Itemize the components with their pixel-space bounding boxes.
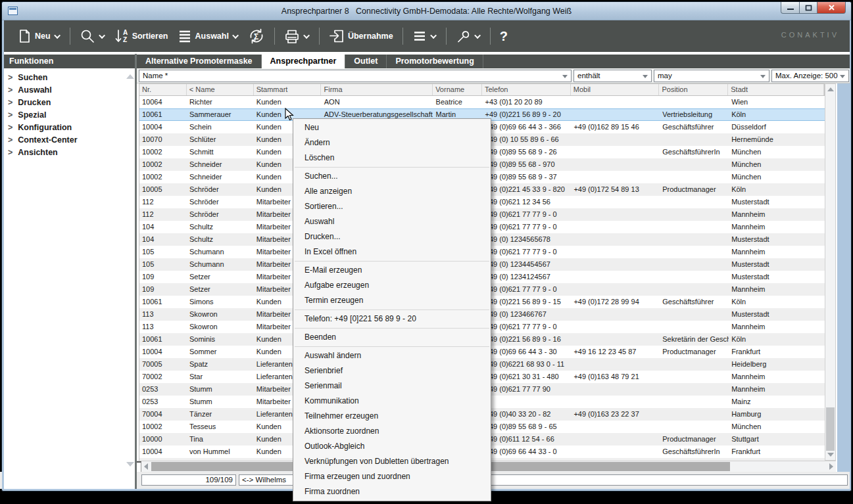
printer-button[interactable] [284, 29, 310, 44]
expand-chevron-icon[interactable]: > [8, 72, 12, 84]
menu-item-serienbrief[interactable]: Serienbrief [293, 363, 491, 378]
scroll-right-icon[interactable] [829, 463, 833, 470]
max-display-select[interactable]: Max. Anzeige: 500 [771, 70, 849, 82]
sidebar-item-ansichten[interactable]: >Ansichten [4, 147, 122, 159]
menu-item-telefon-49-0-221-56-89-9-20[interactable]: Telefon: +49 [0]221 56 89 9 - 20 [293, 311, 491, 327]
cell--name: Richter [187, 96, 254, 108]
table-header[interactable]: Nr.< NameStammartFirmaVornameTelefonMobi… [139, 83, 825, 96]
maximize-button[interactable] [800, 2, 817, 14]
column-header-position[interactable]: Position [659, 84, 728, 95]
tab-alternative-promotermaske[interactable]: Alternative Promotermaske [137, 55, 262, 68]
sortieren-button[interactable]: AZSortieren [114, 28, 168, 44]
toolbar-button-label: Neu [35, 32, 51, 41]
column-header-stadt[interactable]: Stadt [728, 84, 824, 95]
column-header-telefon[interactable]: Telefon [482, 84, 571, 95]
column-header-stammart[interactable]: Stammart [254, 84, 322, 95]
cell-stadt: München [729, 171, 825, 183]
scroll-up-icon[interactable] [827, 87, 834, 91]
column-header--name[interactable]: < Name [187, 84, 254, 95]
chevron-down-icon[interactable] [430, 32, 437, 39]
expand-chevron-icon[interactable]: > [8, 109, 12, 122]
chevron-down-icon[interactable] [232, 32, 239, 39]
menu-item-teilnehmer-erzeugen[interactable]: Teilnehmer erzeugen [293, 409, 491, 424]
column-header-vorname[interactable]: Vorname [433, 84, 482, 95]
chevron-down-icon[interactable] [474, 32, 481, 39]
chevron-down-icon[interactable] [303, 32, 310, 39]
menu-item-suchen[interactable]: Suchen... [293, 169, 491, 184]
column-header-mobil[interactable]: Mobil [571, 84, 660, 95]
chevron-down-icon[interactable] [99, 32, 105, 39]
cell-stadt: Musterstadt [729, 196, 825, 208]
menu-item-e-mail-erzeugen[interactable]: E-Mail erzeugen [293, 263, 491, 278]
column-splitter-handle[interactable] [137, 461, 141, 472]
menu-item-sortieren[interactable]: Sortieren... [293, 199, 491, 214]
menu-item-löschen[interactable]: Löschen [293, 150, 491, 166]
cell-nr-: 10004 [139, 446, 187, 458]
menu-item-termin-erzeugen[interactable]: Termin erzeugen [293, 293, 491, 308]
filter-operator-select[interactable]: enthält [573, 70, 652, 82]
help-button[interactable]: ? [500, 29, 508, 44]
tab-promotorbewertung[interactable]: Promotorbewertung [387, 55, 483, 68]
sidebar-item-auswahl[interactable]: >Auswahl [4, 84, 122, 97]
column-header-firma[interactable]: Firma [321, 84, 433, 95]
vertical-scroll-thumb[interactable] [826, 407, 835, 451]
tab-ansprechpartner[interactable]: Ansprechpartner [262, 55, 346, 68]
scroll-left-icon[interactable] [144, 463, 148, 470]
filter-field-select[interactable]: Name * [139, 70, 572, 82]
wrench-button[interactable] [456, 29, 481, 44]
menu-item-aufgabe-erzeugen[interactable]: Aufgabe erzeugen [293, 278, 491, 293]
chevron-down-icon[interactable] [54, 32, 61, 39]
menu-button[interactable] [412, 30, 437, 42]
sidebar-scroll-up-icon[interactable] [126, 74, 134, 79]
menu-item-auswahl[interactable]: Auswahl [293, 214, 491, 229]
menu-item-verknüpfungen-von-dubletten-übertragen[interactable]: Verknüpfungen von Dubletten übertragen [293, 454, 491, 469]
menu-item-auswahl-ändern[interactable]: Auswahl ändern [293, 348, 491, 363]
menu-item-drucken[interactable]: Drucken... [293, 229, 491, 244]
auswahl-button[interactable]: Auswahl [178, 30, 239, 43]
sidebar-item-konfiguration[interactable]: >Konfiguration [4, 122, 122, 134]
menu-item-ändern[interactable]: Ändern [293, 135, 491, 150]
cell-position: GeschäftsführerIn [660, 146, 729, 158]
-bernahme-button[interactable]: Übernahme [329, 29, 393, 43]
sidebar-item-spezial[interactable]: >Spezial [4, 109, 122, 122]
menu-item-aktionsorte-zuordnen[interactable]: Aktionsorte zuordnen [293, 424, 491, 439]
menu-item-alle-anzeigen[interactable]: Alle anzeigen [293, 184, 491, 199]
expand-chevron-icon[interactable]: > [8, 97, 12, 109]
expand-chevron-icon[interactable]: > [8, 147, 12, 159]
cell-telefon: +49 (0)6221 68 93 0 - 11 [483, 358, 572, 371]
cell-telefon: +49 (0)69 66 44 3 - 366 [483, 121, 572, 133]
sidebar-item-drucken[interactable]: >Drucken [4, 97, 122, 109]
vertical-scrollbar[interactable] [825, 83, 836, 461]
neu-button[interactable]: Neu [18, 29, 61, 43]
cell-stadt: Mannheim [729, 371, 825, 383]
sidebar-scroll-down-icon[interactable] [126, 462, 134, 467]
selection-list-icon [178, 30, 192, 43]
sidebar-item-context-center[interactable]: >Context-Center [4, 134, 122, 147]
menu-item-outlook-abgleich[interactable]: Outlook-Abgleich [293, 439, 491, 454]
cell-telefon: +49 (0) 10 55 89 6 - 66 [483, 133, 572, 146]
search-button[interactable] [80, 28, 105, 44]
expand-chevron-icon[interactable]: > [8, 134, 12, 147]
menu-item-firma-zuordnen[interactable]: Firma zuordnen [293, 484, 491, 499]
expand-chevron-icon[interactable]: > [8, 84, 12, 97]
sidebar-item-suchen[interactable]: >Suchen [4, 72, 122, 84]
cell-mobil: +49 (0)172 54 89 13 [571, 183, 660, 196]
minimize-button[interactable] [781, 2, 800, 14]
menu-item-neu[interactable]: Neu [293, 120, 491, 135]
mouse-cursor [285, 108, 295, 122]
menu-item-in-excel-öffnen[interactable]: In Excel öffnen [293, 244, 491, 260]
cell-stadt: München [729, 421, 825, 433]
filter-value-input[interactable]: may [654, 70, 769, 82]
toolbar-divider [490, 28, 491, 45]
refresh-sum-button[interactable]: Σ [248, 28, 265, 45]
menu-item-serienmail[interactable]: Serienmail [293, 378, 491, 394]
table-row[interactable]: 10064RichterKundenAONBeatrice+43 (0)1 20… [139, 96, 825, 108]
menu-item-firma-erzeugen-und-zuordnen[interactable]: Firma erzeugen und zuordnen [293, 469, 491, 484]
menu-item-kommunikation[interactable]: Kommunikation [293, 394, 491, 409]
column-header-nr-[interactable]: Nr. [139, 84, 187, 95]
expand-chevron-icon[interactable]: > [8, 122, 12, 134]
tab-outlet[interactable]: Outlet [345, 55, 387, 68]
scroll-down-icon[interactable] [827, 453, 834, 457]
close-button[interactable] [817, 2, 846, 14]
menu-item-beenden[interactable]: Beenden [293, 330, 491, 345]
